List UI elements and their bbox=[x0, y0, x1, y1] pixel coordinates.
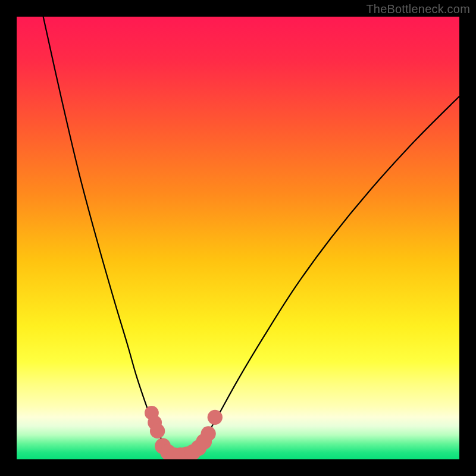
marker-dot bbox=[150, 424, 165, 439]
highlight-markers bbox=[145, 406, 223, 459]
marker-dot bbox=[208, 410, 223, 425]
watermark-text: TheBottleneck.com bbox=[366, 2, 470, 16]
curve-right-branch bbox=[194, 96, 459, 453]
plot-area bbox=[17, 17, 459, 459]
curve-left-branch bbox=[43, 17, 172, 453]
curve-layer bbox=[17, 17, 459, 459]
marker-dot bbox=[201, 426, 216, 441]
chart-frame: TheBottleneck.com bbox=[0, 0, 476, 476]
